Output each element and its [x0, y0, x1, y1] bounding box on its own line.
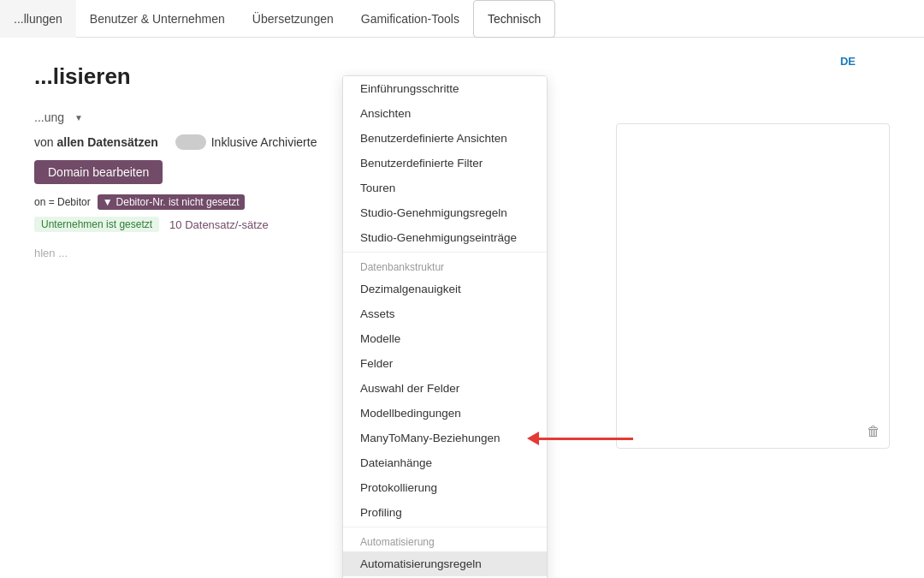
archive-toggle-row: Inklusive Archivierte: [175, 134, 317, 150]
nav-item-uebersetzungen[interactable]: Übersetzungen: [239, 0, 347, 38]
dropdown-item-touren[interactable]: Touren: [343, 176, 547, 200]
nav-item-gamification[interactable]: Gamification-Tools: [347, 0, 473, 38]
dropdown-item-dateihanhaenge[interactable]: Dateianhänge: [343, 450, 547, 475]
filter-badge-debitor-nr: ▼ Debitor-Nr. ist nicht gesetzt: [98, 194, 245, 210]
main-content: ...lisieren DE ...ung ▼ von allen Datens…: [0, 38, 924, 578]
archive-toggle[interactable]: [175, 134, 206, 150]
domain-bearbeiten-button[interactable]: Domain bearbeiten: [34, 160, 163, 184]
dropdown-item-assets[interactable]: Assets: [343, 301, 547, 326]
search-placeholder-text: hlen ...: [34, 247, 68, 259]
nav-item-einstellungen[interactable]: ...llungen: [0, 0, 76, 38]
dropdown-item-modellbedingungen[interactable]: Modellbedingungen: [343, 401, 547, 426]
dropdown-item-einfuehrungsschritte[interactable]: Einführungsschritte: [343, 76, 547, 101]
technisch-dropdown-menu: EinführungsschritteAnsichtenBenutzerdefi…: [342, 75, 548, 578]
dropdown-item-benutzerdefinierte-ansichten[interactable]: Benutzerdefinierte Ansichten: [343, 126, 547, 151]
dropdown-item-modelle[interactable]: Modelle: [343, 326, 547, 351]
dropdown-arrow-icon: ▼: [74, 113, 83, 122]
dropdown-item-studio-genehmigungseintraege[interactable]: Studio-Genehmigungseinträge: [343, 225, 547, 250]
dropdown-item-auswahl-der-felder[interactable]: Auswahl der Felder: [343, 376, 547, 401]
form-label: ...ung: [34, 110, 64, 124]
dropdown-item-ansichten[interactable]: Ansichten: [343, 101, 547, 126]
nav-item-benutzer[interactable]: Benutzer & Unternehmen: [76, 0, 239, 38]
records-info-text: von allen Datensätzen: [34, 135, 158, 149]
dropdown-section-section-automatisierung: Automatisierung: [343, 527, 547, 551]
filter-icon: ▼: [103, 196, 113, 208]
dropdown-item-automatisierungsregeln[interactable]: Automatisierungsregeln: [343, 551, 547, 576]
dropdown-item-studio-genehmigungsregeln[interactable]: Studio-Genehmigungsregeln: [343, 200, 547, 225]
arrow-head-icon: [527, 432, 539, 445]
language-badge: DE: [840, 55, 856, 68]
dropdown-item-protokollierung[interactable]: Protokollierung: [343, 475, 547, 500]
arrow-line: [539, 438, 633, 440]
delete-icon[interactable]: 🗑: [867, 424, 880, 439]
dropdown-item-profiling[interactable]: Profiling: [343, 500, 547, 525]
archive-toggle-label: Inklusive Archivierte: [211, 135, 317, 149]
records-count-link[interactable]: 10 Datensatz/-sätze: [169, 218, 269, 231]
dropdown-item-dezimalgenauigkeit[interactable]: Dezimalgenauigkeit: [343, 277, 547, 301]
filter-tag-debitor: on = Debitor: [34, 196, 91, 208]
red-arrow-indicator: [527, 432, 633, 445]
dropdown-item-benutzerdefinierte-filter[interactable]: Benutzerdefinierte Filter: [343, 151, 547, 176]
dropdown-item-manytomany-beziehungen[interactable]: ManyToMany-Beziehungen: [343, 426, 547, 450]
dropdown-section-section-datenbankstruktur: Datenbankstruktur: [343, 252, 547, 277]
nav-item-technisch[interactable]: Technisch: [473, 0, 555, 38]
filter-badge-unternehmen: Unternehmen ist gesetzt: [34, 217, 159, 232]
filter-label-1: on = Debitor: [34, 196, 91, 208]
content-right-panel: 🗑: [616, 123, 890, 449]
dropdown-item-felder[interactable]: Felder: [343, 351, 547, 376]
top-navigation: ...llungen Benutzer & Unternehmen Überse…: [0, 0, 924, 38]
